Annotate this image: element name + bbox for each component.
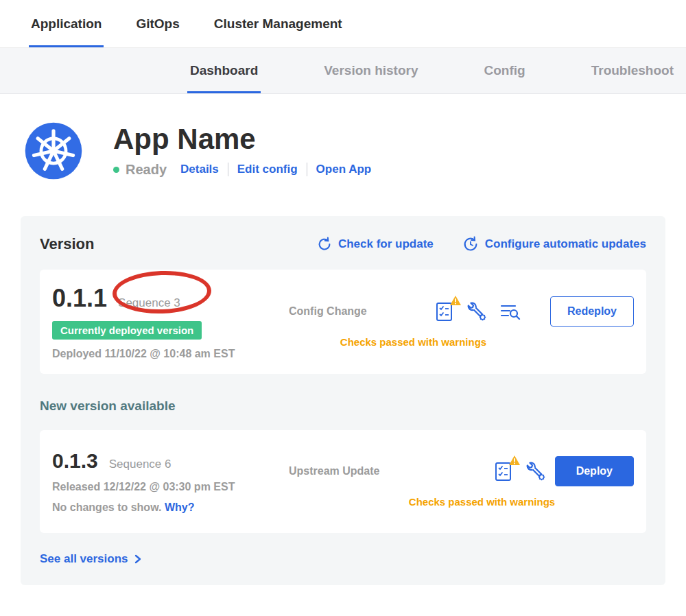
page-title: App Name — [113, 124, 371, 154]
chevron-right-icon — [134, 554, 142, 564]
config-wrench-icon[interactable] — [467, 301, 488, 322]
see-all-versions-label: See all versions — [40, 552, 128, 566]
available-checks-status: Checks passed with warnings — [330, 496, 634, 508]
ready-status-dot — [113, 167, 119, 173]
new-version-heading: New version available — [40, 399, 646, 414]
deploy-button[interactable]: Deploy — [555, 456, 634, 486]
redeploy-button[interactable]: Redeploy — [550, 296, 634, 327]
view-files-icon[interactable] — [500, 303, 521, 320]
app-sub-nav: Dashboard Version history Config Trouble… — [0, 48, 686, 94]
configure-auto-updates-label: Configure automatic updates — [485, 237, 646, 251]
available-version-source: Upstream Update — [289, 465, 419, 477]
no-changes-note: No changes to show. Why? — [52, 501, 289, 514]
refresh-icon — [317, 237, 332, 252]
tab-version-history[interactable]: Version history — [324, 48, 418, 93]
available-version-card: 0.1.3 Sequence 6 Released 12/12/22 @ 03:… — [40, 430, 646, 533]
warning-triangle-icon — [509, 455, 520, 465]
tab-cluster-management[interactable]: Cluster Management — [214, 0, 342, 47]
app-header: App Name Ready Details Edit config Open … — [24, 121, 686, 180]
current-version-sequence: Sequence 3 — [118, 296, 180, 310]
current-checks-status: Checks passed with warnings — [289, 336, 538, 348]
see-all-versions-link[interactable]: See all versions — [40, 552, 142, 566]
current-version-number: 0.1.1 — [52, 284, 107, 313]
version-panel: Version Check for update Configure autom… — [21, 216, 665, 585]
config-wrench-icon[interactable] — [526, 461, 547, 482]
check-for-update-button[interactable]: Check for update — [317, 236, 434, 252]
tab-dashboard[interactable]: Dashboard — [190, 48, 258, 93]
kubernetes-logo — [24, 121, 83, 180]
released-timestamp: Released 12/12/22 @ 03:30 pm EST — [52, 481, 289, 493]
tab-troubleshoot[interactable]: Troubleshoot — [591, 48, 674, 93]
open-app-link[interactable]: Open App — [316, 163, 372, 176]
preflight-checks-icon[interactable] — [436, 301, 455, 322]
details-link[interactable]: Details — [180, 163, 219, 176]
deployed-badge: Currently deployed version — [52, 321, 202, 340]
no-changes-text: No changes to show. — [52, 501, 161, 513]
divider — [228, 163, 228, 176]
current-version-source: Config Change — [289, 305, 419, 318]
edit-config-link[interactable]: Edit config — [237, 163, 298, 176]
tab-gitops[interactable]: GitOps — [136, 0, 179, 47]
current-version-card: 0.1.1 Sequence 3 Currently deployed vers… — [40, 270, 646, 374]
configure-auto-updates-button[interactable]: Configure automatic updates — [462, 236, 646, 252]
primary-nav: Application GitOps Cluster Management — [0, 0, 686, 48]
why-link[interactable]: Why? — [165, 501, 195, 513]
divider — [307, 163, 307, 176]
deployed-timestamp: Deployed 11/10/22 @ 10:48 am EST — [52, 348, 289, 360]
app-status: Ready — [126, 162, 167, 178]
tab-application[interactable]: Application — [31, 0, 102, 47]
clock-refresh-icon — [462, 236, 479, 252]
warning-triangle-icon — [450, 296, 461, 305]
available-version-sequence: Sequence 6 — [109, 458, 172, 471]
available-version-number: 0.1.3 — [52, 449, 98, 473]
tab-config[interactable]: Config — [484, 48, 525, 93]
preflight-checks-icon[interactable] — [495, 461, 514, 482]
check-for-update-label: Check for update — [338, 237, 434, 251]
version-heading: Version — [40, 235, 94, 253]
